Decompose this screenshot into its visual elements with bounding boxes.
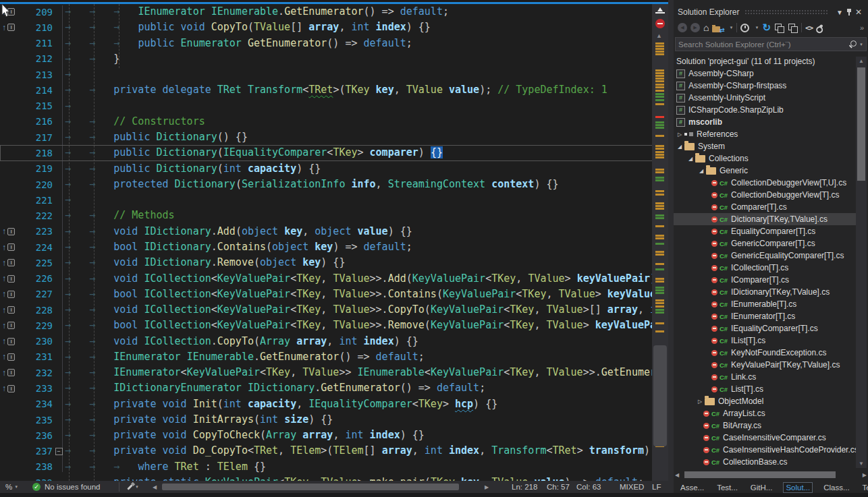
hscrollbar-thumb[interactable]	[684, 471, 836, 478]
tree-item-icomparer-t-cs[interactable]: C#IComparer[T].cs	[674, 274, 856, 286]
code-line[interactable]: ↑I223→ → void IDictionary.Add(object key…	[0, 224, 668, 239]
code-line[interactable]: 219→ → public Dictionary(int capacity) {…	[0, 161, 668, 177]
code-line[interactable]: ↑I228→ → void ICollection<KeyValuePair<T…	[0, 302, 668, 318]
code-line[interactable]: ↑I226→ → void ICollection<KeyValuePair<T…	[0, 271, 668, 287]
code-line[interactable]: ↑I229→ → bool ICollection<KeyValuePair<T…	[0, 318, 668, 333]
code-line[interactable]: 216→ → // Constructors	[0, 114, 668, 129]
code-line[interactable]: ↑I225→ → void IDictionary.Remove(object …	[0, 255, 668, 270]
tab-solut[interactable]: Solut...	[783, 482, 813, 493]
window-position-chevron-icon[interactable]: ▼	[834, 9, 845, 16]
code-line[interactable]: ↑I231→ → IEnumerator IEnumerable.GetEnum…	[0, 349, 668, 365]
tree-item-list-t-cs[interactable]: C#List[T].cs	[674, 383, 856, 395]
tree-item-genericequalitycomparer-t-cs[interactable]: C#GenericEqualityComparer[T].cs	[674, 250, 856, 262]
properties-wrench-button[interactable]	[816, 24, 823, 32]
tree-item-objectmodel[interactable]: ▷ObjectModel	[674, 395, 856, 407]
fold-margin[interactable]: −	[53, 448, 65, 455]
tree-item-icollection-t-cs[interactable]: C#ICollection[T].cs	[674, 262, 856, 274]
collapsed-chevron-icon[interactable]: ▷	[695, 399, 705, 405]
issues-indicator[interactable]: ✓ No issues found	[32, 481, 100, 493]
refresh-button[interactable]: ↻	[762, 22, 771, 34]
code-line[interactable]: ↑I230→ → void ICollection.CopyTo(Array a…	[0, 334, 668, 349]
code-line[interactable]: 212→ → }	[0, 51, 668, 67]
vscrollbar-thumb[interactable]	[857, 67, 865, 181]
close-icon[interactable]: ✕	[853, 7, 864, 17]
panel-title-bar[interactable]: Solution Explorer ▼ ✕	[674, 5, 868, 19]
glyph-margin[interactable]: ↑I	[0, 274, 24, 283]
tree-item-icsharpcode-sharpziplib[interactable]: #ICSharpCode.SharpZipLib	[674, 104, 856, 116]
tree-item-link-cs[interactable]: C#Link.cs	[674, 371, 856, 383]
code-line[interactable]: 215→	[0, 98, 668, 114]
hscrollbar-thumb[interactable]	[162, 484, 459, 490]
code-line[interactable]: ↑I209→ → → IEnumerator IEnumerable.GetEn…	[0, 4, 668, 20]
tree-item-collectionbase-cs[interactable]: C#CollectionBase.cs	[674, 456, 856, 468]
formatting-brush-control[interactable]: ▼	[127, 481, 139, 493]
tree-item-ienumerator-t-cs[interactable]: C#IEnumerator[T].cs	[674, 310, 856, 322]
scroll-right-arrow-icon[interactable]: ▶	[863, 472, 867, 478]
tab-gith[interactable]: GitH...	[749, 483, 775, 492]
code-line[interactable]: ↑I210→ → → public void CopyTo(TValue[] a…	[0, 20, 668, 35]
tree-item-keynotfoundexception-cs[interactable]: C#KeyNotFoundException.cs	[674, 347, 856, 359]
scrollbar-thumb[interactable]	[653, 345, 667, 446]
back-button[interactable]: ◀	[678, 23, 687, 32]
hscroll-left-arrow[interactable]: ◀	[153, 481, 157, 493]
home-button[interactable]: ⌂	[703, 22, 709, 33]
code-line[interactable]: ↑I227→ → bool ICollection<KeyValuePair<T…	[0, 287, 668, 302]
glyph-margin[interactable]: ↑I	[0, 369, 24, 377]
expanded-chevron-icon[interactable]: ◢	[697, 168, 706, 174]
search-icon[interactable]	[848, 40, 857, 49]
code-line[interactable]: 221→	[0, 192, 668, 208]
tree-item-dictionary-tkey-tvalue-cs[interactable]: C#Dictionary[TKey,TValue].cs	[674, 213, 856, 225]
sync-with-active-document-button[interactable]: ⇄	[712, 23, 724, 33]
glyph-margin[interactable]: ↑I	[0, 259, 24, 267]
tree-item-idictionary-tkey-tvalue-cs[interactable]: C#IDictionary[TKey,TValue].cs	[674, 286, 856, 298]
hscroll-right-arrow[interactable]: ▶	[485, 481, 489, 493]
tree-item-collectiondebuggerview-t-cs[interactable]: C#CollectionDebuggerView[T].cs	[674, 189, 856, 201]
code-line[interactable]: ↑I232→ → IEnumerator<KeyValuePair<TKey, …	[0, 365, 668, 380]
toolbar-overflow-icon[interactable]: »	[860, 24, 864, 32]
tab-asse[interactable]: Asse...	[678, 483, 706, 492]
scroll-down-arrow-icon[interactable]: ▼	[856, 461, 867, 467]
scroll-up-arrow-icon[interactable]: ▲	[856, 58, 867, 64]
tree-item-collections[interactable]: ◢Collections	[674, 152, 856, 165]
glyph-margin[interactable]: ↑I	[0, 322, 24, 330]
glyph-margin[interactable]: ↑I	[0, 290, 24, 298]
glyph-margin[interactable]: ↑I	[0, 227, 24, 235]
tree-item-collectiondebuggerview-t-u-cs[interactable]: C#CollectionDebuggerView[T,U].cs	[674, 177, 856, 189]
code-area[interactable]: ↑I209→ → → IEnumerator IEnumerable.GetEn…	[0, 4, 668, 481]
code-line[interactable]: 234→ → private void Init(int capacity, I…	[0, 397, 668, 412]
search-box[interactable]: Search Solution Explorer (Ctrl+¨) ▼	[675, 37, 867, 51]
tree-item-genericcomparer-t-cs[interactable]: C#GenericComparer[T].cs	[674, 237, 856, 250]
glyph-margin[interactable]: ↑I	[0, 384, 24, 392]
tree-item-system[interactable]: ◢System	[674, 140, 856, 152]
code-line[interactable]: 236→ → private void CopyToCheck(Array ar…	[0, 428, 668, 443]
tree-item-equalitycomparer-t-cs[interactable]: C#EqualityComparer[T].cs	[674, 225, 856, 237]
tree-item-assembly-csharp[interactable]: #Assembly-CSharp	[674, 67, 856, 80]
glyph-margin[interactable]: ↑I	[0, 337, 24, 345]
tab-tea[interactable]: Tea...	[861, 483, 868, 492]
encoding-indicator[interactable]: MIXED	[620, 481, 644, 493]
code-line[interactable]: 211→ → → public Enumerator GetEnumerator…	[0, 36, 668, 51]
tree-item-comparer-t-cs[interactable]: C#Comparer[T].cs	[674, 201, 856, 213]
code-line[interactable]: ↑I224→ → bool IDictionary.Contains(objec…	[0, 239, 668, 255]
tree-item-ilist-t-cs[interactable]: C#IList[T].cs	[674, 334, 856, 347]
tree-item-arraylist-cs[interactable]: C#ArrayList.cs	[674, 407, 856, 419]
glyph-margin[interactable]: ↑I	[0, 243, 24, 252]
code-line[interactable]: ↑I233→ → IDictionaryEnumerator IDictiona…	[0, 380, 668, 396]
expanded-chevron-icon[interactable]: ◢	[686, 156, 695, 162]
code-line[interactable]: 222→ → // Methods	[0, 208, 668, 223]
chevron-down-icon[interactable]: ▼	[859, 42, 863, 47]
code-line[interactable]: 220→ → protected Dictionary(Serializatio…	[0, 177, 668, 192]
pin-icon[interactable]	[845, 7, 853, 17]
show-all-files-button[interactable]	[788, 23, 798, 32]
tree-item-assembly-unityscript[interactable]: #Assembly-UnityScript	[674, 92, 856, 104]
tree-item-bitarray-cs[interactable]: C#BitArray.cs	[674, 419, 856, 432]
chevron-down-icon[interactable]: ▼	[755, 26, 759, 30]
code-line[interactable]: 239→ → private static KeyValuePair<TKey,…	[0, 475, 668, 481]
editor-hscrollbar[interactable]	[162, 481, 481, 493]
code-line-current[interactable]: 218→ → public Dictionary(IEqualityCompar…	[0, 145, 668, 160]
collapse-all-button[interactable]	[774, 23, 784, 32]
view-code-button[interactable]: <>	[805, 24, 813, 32]
code-line[interactable]: 238→ → → where TRet : TElem {}	[0, 459, 668, 475]
chevron-down-icon[interactable]: ▼	[729, 26, 733, 30]
glyph-margin[interactable]: ↑I	[0, 353, 24, 361]
